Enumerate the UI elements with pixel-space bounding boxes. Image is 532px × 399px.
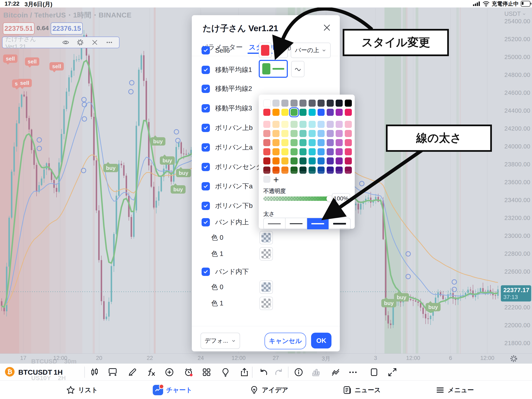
palette-color[interactable]: [291, 109, 298, 116]
palette-color[interactable]: [345, 167, 352, 174]
palette-color[interactable]: [336, 130, 343, 137]
eye-icon[interactable]: [58, 39, 73, 46]
palette-color[interactable]: [345, 109, 352, 116]
palette-color[interactable]: [263, 157, 270, 164]
close-icon[interactable]: [88, 39, 102, 45]
palette-color[interactable]: [336, 109, 343, 116]
transparent-color-button[interactable]: [260, 247, 273, 261]
marker-shape-button[interactable]: [274, 43, 288, 58]
ideas-bulb-icon[interactable]: [221, 367, 230, 377]
palette-color[interactable]: [272, 100, 279, 107]
palette-color[interactable]: [327, 167, 334, 174]
transparent-color-button[interactable]: [260, 231, 273, 244]
palette-color[interactable]: [327, 109, 334, 116]
palette-color[interactable]: [317, 157, 325, 164]
palette-color[interactable]: [291, 121, 298, 128]
row-checkbox[interactable]: [202, 182, 210, 190]
palette-color[interactable]: [309, 121, 316, 128]
screenshot-icon[interactable]: [369, 367, 379, 377]
palette-color[interactable]: [299, 100, 306, 107]
palette-color[interactable]: [299, 148, 306, 155]
row-checkbox[interactable]: [202, 202, 210, 210]
palette-color[interactable]: [336, 100, 343, 107]
palette-color[interactable]: [309, 167, 316, 174]
palette-color[interactable]: [263, 121, 270, 128]
palette-color[interactable]: [309, 130, 316, 137]
dialog-close-icon[interactable]: [322, 23, 331, 32]
axis-settings-gear-icon[interactable]: [510, 354, 518, 363]
palette-color[interactable]: [299, 167, 306, 174]
draw-icon[interactable]: [128, 367, 137, 377]
palette-color[interactable]: [327, 157, 334, 164]
transparent-color-button[interactable]: [260, 281, 273, 294]
palette-color[interactable]: [291, 167, 298, 174]
palette-color[interactable]: [327, 100, 334, 107]
share-icon[interactable]: [240, 367, 249, 377]
palette-color[interactable]: [281, 148, 288, 155]
palette-color[interactable]: [281, 121, 288, 128]
add-plus-icon[interactable]: [165, 367, 174, 377]
bid-price-box[interactable]: 22375.51: [3, 22, 34, 34]
row-checkbox[interactable]: [202, 104, 210, 112]
thickness-option-3[interactable]: [307, 218, 329, 229]
palette-color[interactable]: [336, 148, 343, 155]
layouts-grid-icon[interactable]: [202, 367, 211, 377]
palette-color[interactable]: [317, 109, 325, 116]
row-checkbox[interactable]: [202, 66, 210, 74]
palette-color[interactable]: [272, 157, 279, 164]
add-custom-color-button[interactable]: +: [273, 174, 279, 185]
chart-type-icon[interactable]: [90, 367, 99, 377]
row-checkbox[interactable]: [202, 46, 210, 54]
pattern-zigzag-icon[interactable]: [331, 367, 341, 377]
palette-color[interactable]: [281, 130, 288, 137]
color-swatch-button[interactable]: [259, 43, 272, 58]
palette-color[interactable]: [272, 167, 279, 174]
palette-color[interactable]: [263, 148, 270, 155]
palette-color[interactable]: [281, 157, 288, 164]
alerts-icon[interactable]: [184, 367, 193, 377]
palette-color[interactable]: [327, 130, 334, 137]
transparent-color-button[interactable]: [260, 297, 273, 310]
palette-color[interactable]: [327, 139, 334, 146]
axis-currency[interactable]: USDT: [504, 10, 526, 17]
palette-color[interactable]: [317, 130, 325, 137]
palette-color[interactable]: [281, 109, 288, 116]
palette-color[interactable]: [345, 139, 352, 146]
palette-color[interactable]: [309, 139, 316, 146]
line-style-button-selected[interactable]: [259, 60, 288, 78]
more-icon[interactable]: [102, 39, 117, 46]
more-tools-icon[interactable]: [349, 367, 357, 377]
palette-color[interactable]: [309, 148, 316, 155]
palette-color[interactable]: [299, 139, 306, 146]
palette-color[interactable]: [327, 121, 334, 128]
palette-color[interactable]: [291, 148, 298, 155]
palette-color[interactable]: [309, 157, 316, 164]
palette-color[interactable]: [309, 109, 316, 116]
palette-color[interactable]: [317, 148, 325, 155]
palette-color[interactable]: [336, 167, 343, 174]
palette-color[interactable]: [336, 121, 343, 128]
date-range-icon[interactable]: [108, 367, 117, 377]
palette-color[interactable]: [345, 148, 352, 155]
row-checkbox[interactable]: [202, 124, 210, 132]
palette-color[interactable]: [272, 139, 279, 146]
palette-color[interactable]: [291, 130, 298, 137]
redo-icon[interactable]: [274, 367, 284, 377]
palette-color[interactable]: [272, 148, 279, 155]
palette-color[interactable]: [272, 121, 279, 128]
palette-color[interactable]: [336, 139, 343, 146]
palette-color[interactable]: [291, 100, 298, 107]
thickness-option-2[interactable]: [285, 218, 307, 229]
palette-color[interactable]: [263, 167, 270, 174]
fullscreen-icon[interactable]: [387, 367, 397, 377]
palette-color[interactable]: [263, 130, 270, 137]
palette-color[interactable]: [299, 121, 306, 128]
opacity-slider-thumb[interactable]: [326, 196, 332, 202]
palette-color[interactable]: [272, 130, 279, 137]
palette-color[interactable]: [299, 130, 306, 137]
indicators-fx-icon[interactable]: [146, 367, 156, 377]
info-icon[interactable]: [294, 367, 304, 377]
line-plot-style-button[interactable]: [291, 61, 304, 77]
gear-icon[interactable]: [73, 39, 88, 46]
price-axis[interactable]: USDT 25400.0025200.0025000.0024800.00246…: [501, 7, 532, 354]
